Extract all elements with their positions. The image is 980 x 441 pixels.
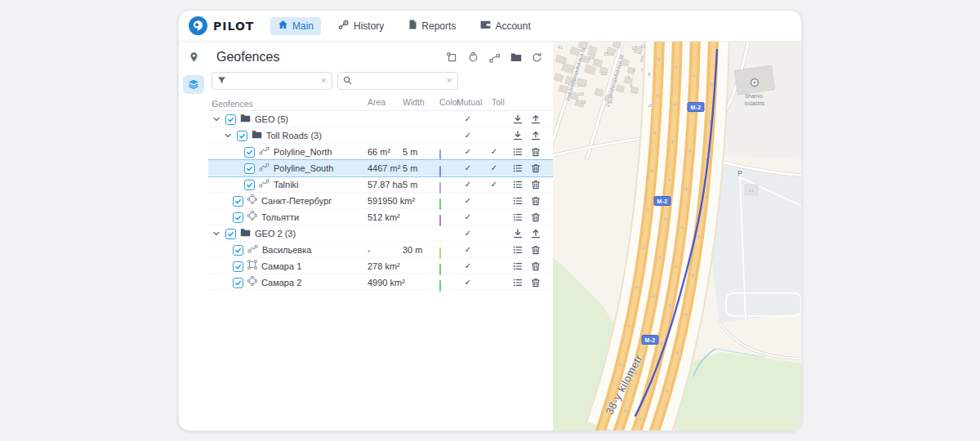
color-swatch xyxy=(439,198,441,210)
search-input[interactable] xyxy=(355,75,443,87)
search-clear-icon[interactable]: ✕ xyxy=(446,77,452,85)
chevron-down-icon[interactable] xyxy=(223,131,233,140)
export-icon[interactable] xyxy=(529,227,542,240)
filter-clear-icon[interactable]: ✕ xyxy=(320,77,327,85)
row-color-swatch[interactable] xyxy=(439,278,441,294)
tree-row[interactable]: Васильевка-30 m✓ xyxy=(208,242,553,258)
tree-row-group[interactable]: GEO 2 (3)✓ xyxy=(208,225,553,242)
color-swatch xyxy=(439,182,441,194)
row-name-cell: Самара 1 xyxy=(208,258,301,274)
row-name-cell: Polyline_South xyxy=(208,160,333,176)
tree-row[interactable]: Самара 1278 km²✓ xyxy=(208,258,553,274)
polyline-icon xyxy=(259,176,270,193)
row-checkbox[interactable] xyxy=(233,245,243,256)
row-checkbox[interactable] xyxy=(244,180,255,190)
tab-account[interactable]: Account xyxy=(473,17,537,35)
delete-icon[interactable] xyxy=(529,276,542,289)
row-area: 591950 km² xyxy=(368,193,415,209)
filter-input[interactable] xyxy=(229,75,317,87)
tab-reports[interactable]: Reports xyxy=(401,17,463,35)
delete-icon[interactable] xyxy=(529,162,542,175)
tree-row[interactable]: Polyline_North66 m²5 m✓✓ xyxy=(208,144,553,160)
draw-polyline-icon[interactable] xyxy=(488,51,501,64)
tab-history[interactable]: History xyxy=(331,17,391,35)
import-icon[interactable] xyxy=(511,129,524,142)
map-view[interactable]: M-2M-2M-22nd Simferopolskaya St1st Simfe… xyxy=(553,42,801,430)
row-checkbox[interactable] xyxy=(233,196,243,207)
delete-icon[interactable] xyxy=(529,243,542,256)
row-checkbox[interactable] xyxy=(237,131,247,141)
panel-toolbar xyxy=(446,51,543,64)
row-checkbox[interactable] xyxy=(233,261,243,272)
row-mutual-check: ✓ xyxy=(461,111,475,127)
column-width: Width xyxy=(403,97,425,107)
draw-polygon-icon[interactable] xyxy=(446,51,458,64)
details-icon[interactable] xyxy=(511,260,524,273)
row-name-cell: GEO 2 (3) xyxy=(208,225,296,242)
delete-icon[interactable] xyxy=(529,211,542,224)
row-name-cell: Васильевка xyxy=(208,242,311,258)
details-icon[interactable] xyxy=(511,276,524,289)
details-icon[interactable] xyxy=(511,211,524,224)
tree-row[interactable]: Самара 24990 km²✓ xyxy=(208,274,553,291)
navbar: PILOT Main History Reports Account xyxy=(179,11,801,42)
row-label: Polyline_South xyxy=(274,160,333,176)
brand-name: PILOT xyxy=(213,20,254,33)
import-icon[interactable] xyxy=(511,227,524,240)
delete-icon[interactable] xyxy=(529,178,542,191)
tab-main[interactable]: Main xyxy=(270,17,321,35)
row-name-cell: Тольятти xyxy=(208,209,299,225)
details-icon[interactable] xyxy=(511,162,524,175)
left-rail xyxy=(179,42,208,430)
home-icon xyxy=(278,20,288,32)
details-icon[interactable] xyxy=(511,178,524,191)
road-badge: M-2 xyxy=(688,102,705,112)
column-toll: Toll xyxy=(492,97,505,107)
panel-title: Geofences xyxy=(216,50,279,65)
tree-row[interactable]: Polyline_South4467 m²5 m✓✓ xyxy=(208,160,553,176)
draw-circle-icon[interactable] xyxy=(467,51,479,64)
row-label: GEO (5) xyxy=(255,111,288,127)
history-icon xyxy=(338,20,350,32)
row-mutual-check: ✓ xyxy=(461,209,475,225)
row-toll-check: ✓ xyxy=(487,160,501,176)
chevron-down-icon[interactable] xyxy=(212,229,221,238)
rail-layers[interactable] xyxy=(183,75,204,94)
screen: PILOT Main History Reports Account xyxy=(0,0,980,441)
details-icon[interactable] xyxy=(511,194,524,207)
row-width: 5 m xyxy=(403,176,417,193)
delete-icon[interactable] xyxy=(529,145,542,158)
tab-label: Account xyxy=(495,20,530,32)
import-icon[interactable] xyxy=(511,113,524,126)
map-label: 43 xyxy=(640,44,646,49)
map-label: 10 xyxy=(631,46,637,51)
folder-icon[interactable] xyxy=(510,51,522,64)
row-checkbox[interactable] xyxy=(244,147,255,158)
map-label: Shanvo xyxy=(745,94,763,100)
export-icon[interactable] xyxy=(529,129,542,142)
details-icon[interactable] xyxy=(511,145,524,158)
row-checkbox[interactable] xyxy=(233,278,243,288)
delete-icon[interactable] xyxy=(529,194,542,207)
pilot-logo-icon xyxy=(189,16,207,35)
row-mutual-check: ✓ xyxy=(461,176,475,193)
chevron-down-icon[interactable] xyxy=(212,115,221,123)
refresh-icon[interactable] xyxy=(531,51,543,64)
row-checkbox[interactable] xyxy=(244,163,255,174)
tree-row[interactable]: Тольятти512 km²✓ xyxy=(208,209,553,225)
row-checkbox[interactable] xyxy=(225,229,236,239)
row-area: 278 km² xyxy=(368,258,400,274)
road-badge: M-2 xyxy=(642,335,659,345)
row-mutual-check: ✓ xyxy=(461,193,475,209)
rail-geofence-pin[interactable] xyxy=(183,49,204,68)
tree-row[interactable]: Talniki57.87 ha5 m✓✓ xyxy=(208,176,553,193)
details-icon[interactable] xyxy=(511,243,524,256)
row-checkbox[interactable] xyxy=(225,114,236,125)
row-area: 512 km² xyxy=(368,209,400,225)
delete-icon[interactable] xyxy=(529,260,542,273)
tree-row-group[interactable]: Toll Roads (3)✓ xyxy=(208,127,553,144)
row-checkbox[interactable] xyxy=(233,212,243,223)
tree-row-group[interactable]: GEO (5)✓ xyxy=(208,111,553,127)
tree-row[interactable]: Санкт-Петербург591950 km²✓ xyxy=(208,193,553,209)
export-icon[interactable] xyxy=(529,113,542,126)
